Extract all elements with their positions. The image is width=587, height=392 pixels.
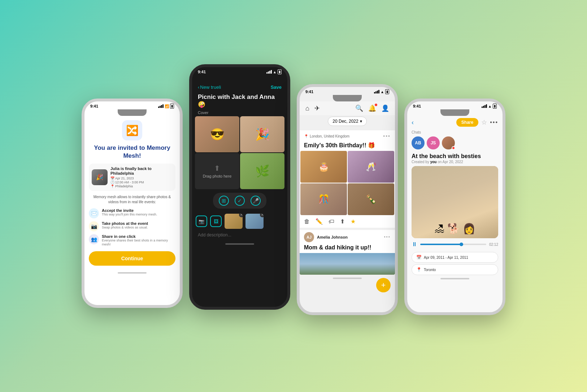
post-title-2: Mom & dad hiking it up!! <box>300 244 395 253</box>
status-bar-2: 9:41 ▲ ▮ <box>192 67 287 75</box>
pause-button[interactable]: ⏸ <box>412 241 417 248</box>
event-time: 🕐 12:00 AM - 3:00 PM <box>110 180 173 184</box>
step-2: 📷 Take photos at the event Swap photos &… <box>89 221 175 231</box>
star-button[interactable]: ☆ <box>481 118 487 126</box>
event-date: 📅 Apr 21, 2023 <box>110 177 173 180</box>
share-icon[interactable]: ⬆ <box>340 218 345 225</box>
avatar-photo[interactable] <box>442 136 455 149</box>
photo-cell-3[interactable]: 🌿 <box>240 153 284 189</box>
photo-3-img: 🌿 <box>240 153 284 189</box>
check-tool-icon[interactable]: ✓ <box>235 196 245 206</box>
post-more-2[interactable]: ••• <box>384 235 391 240</box>
signal-icon-2 <box>266 70 272 74</box>
steps-list: ✉️ Accept the invite This way you'll joi… <box>89 208 175 247</box>
battery-icon-4: ▮ <box>493 104 497 109</box>
mic-tool-icon[interactable]: 🎤 <box>251 196 261 206</box>
drag-zone[interactable]: ⬆ Drag photo here <box>195 153 239 189</box>
beach-photo: 🏖 🐕 👩 <box>412 166 498 238</box>
phone-share: 9:41 ▲ ▮ ‹ Share ☆ ••• Chats AB JS <box>404 99 505 315</box>
home-indicator-2 <box>225 243 254 245</box>
toolbar-row: ⊞ ✓ 🎤 <box>192 189 287 212</box>
trash-icon[interactable]: 🗑 <box>304 218 310 225</box>
back-button[interactable]: ‹ <box>412 119 414 126</box>
memory-sub: Created by you on Apr 20, 2022 <box>407 160 503 166</box>
profile-icon[interactable]: 👤 <box>381 104 389 112</box>
event-card: 🎉 Julia is finally back to Philadelphia … <box>89 164 175 191</box>
preview-thumb-1[interactable]: ✕ <box>225 214 243 229</box>
upload-icon: ⬆ <box>214 164 220 173</box>
home-icon[interactable]: ⌂ <box>305 105 309 112</box>
post-more-1[interactable]: ••• <box>383 133 391 139</box>
step-3: 👥 Share in one click Everyone shares the… <box>89 234 175 247</box>
tag-icon[interactable]: 🏷 <box>329 218 334 225</box>
save-link[interactable]: Save <box>271 84 282 90</box>
avatar-ab[interactable]: AB <box>412 136 425 149</box>
location-text: Toronto <box>424 268 436 272</box>
progress-bar[interactable] <box>420 244 486 245</box>
step-2-icon: 📷 <box>89 221 99 231</box>
step-1-title: Accept the invite <box>102 208 175 213</box>
step-2-text: Take photos at the event Swap photos & v… <box>102 221 175 230</box>
party-photo-1[interactable]: 🎂 <box>300 151 347 183</box>
send-icon[interactable]: ✈ <box>314 104 320 112</box>
figure-1: 🏖 <box>434 223 444 235</box>
photo-cell-2[interactable]: 🎉 <box>240 116 284 152</box>
camera-tool[interactable]: 📷 <box>196 215 207 227</box>
status-icons-4: ▲ ▮ <box>482 104 497 109</box>
continue-button[interactable]: Continue <box>89 251 175 266</box>
fab-button[interactable]: + <box>376 278 391 292</box>
battery-icon-3: ▮ <box>385 89 389 94</box>
wifi-icon-2: ▲ <box>273 70 277 74</box>
status-icons-1: 📶 ▮ <box>158 104 174 109</box>
event-location: 📍 Philadelphia <box>110 184 173 188</box>
step-3-title: Share in one click <box>102 234 175 239</box>
wifi-icon-3: ▲ <box>381 90 384 94</box>
photo-grid: 😎 🎉 ⬆ Drag photo here 🌿 <box>195 116 284 189</box>
preview-thumb-2[interactable]: ✕ <box>245 214 264 229</box>
beach-figures: 🏖 🐕 👩 <box>434 223 475 238</box>
drag-text: Drag photo here <box>203 174 232 178</box>
step-1: ✉️ Accept the invite This way you'll joi… <box>89 208 175 218</box>
date-pill-text: 20 Dec, 2022 <box>332 119 358 124</box>
more-button[interactable]: ••• <box>490 119 498 126</box>
avatar-js[interactable]: JS <box>427 136 440 149</box>
location-pill: 📍 Toronto <box>412 264 498 275</box>
event-thumb: 🎉 <box>92 169 108 185</box>
post-photos-1: 🎂 🥂 🎊 🍾 <box>300 151 395 215</box>
progress-dot <box>460 243 463 246</box>
online-dot <box>452 146 455 150</box>
date-pill[interactable]: 20 Dec, 2022 ▾ <box>328 117 366 126</box>
nav-right-icons: 🔍 🔔 👤 <box>355 104 389 112</box>
phones-container: 9:41 📶 ▮ 🔀 You are invited to Memory Mes… <box>71 66 516 326</box>
chats-label: Chats <box>407 129 503 135</box>
notch-4 <box>440 109 469 116</box>
photo-1-img: 😎 <box>195 116 239 152</box>
feed-post-1: 📍 London, United Kingdom ••• Emily's 30t… <box>300 130 395 228</box>
edit-icon[interactable]: ✏️ <box>316 218 323 225</box>
bell-icon[interactable]: 🔔 <box>368 104 376 112</box>
phone2-header: ‹ New trueli Save <box>192 82 287 92</box>
notification-dot <box>375 104 377 106</box>
cover-label: Cover <box>192 110 287 116</box>
invite-desc: Memory mesh allows to instantly share ph… <box>89 195 175 205</box>
step-1-icon: ✉️ <box>89 208 99 218</box>
step-3-icon: 👥 <box>89 234 99 244</box>
wifi-icon-4: ▲ <box>488 104 492 108</box>
share-button[interactable]: Share <box>456 118 478 127</box>
gallery-tool[interactable]: 🖼 <box>210 215 222 227</box>
party-photo-2[interactable]: 🥂 <box>348 151 394 183</box>
party-photo-4[interactable]: 🍾 <box>348 183 394 215</box>
post-actions-1: 🗑 ✏️ 🏷 ⬆ ★ <box>300 215 395 228</box>
search-icon[interactable]: 🔍 <box>355 104 363 112</box>
photo-cell-1[interactable]: 😎 <box>195 116 239 152</box>
grid-tool-icon[interactable]: ⊞ <box>219 196 229 206</box>
step-1-text: Accept the invite This way you'll join t… <box>102 208 175 217</box>
memory-title: At the beach with besties <box>407 152 503 160</box>
step-2-title: Take photos at the event <box>102 221 175 226</box>
photo-cell-drag[interactable]: ⬆ Drag photo here <box>195 153 239 189</box>
add-description[interactable]: Add description... <box>192 230 287 240</box>
back-link[interactable]: ‹ New trueli <box>198 84 221 90</box>
figure-2: 🐕 <box>447 223 460 235</box>
party-photo-3[interactable]: 🎊 <box>300 183 347 215</box>
star-icon[interactable]: ★ <box>351 218 356 225</box>
